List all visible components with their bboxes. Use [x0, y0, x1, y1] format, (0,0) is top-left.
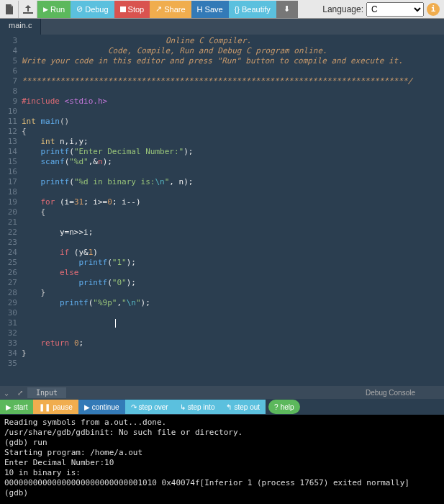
- code-line[interactable]: {: [22, 127, 444, 137]
- download-button[interactable]: ⬇: [276, 1, 298, 18]
- line-number: 35: [0, 359, 17, 369]
- share-button[interactable]: ↗Share: [150, 1, 191, 18]
- line-number: 27: [0, 278, 17, 288]
- input-tab[interactable]: Input: [27, 387, 66, 398]
- line-number: 31: [0, 318, 17, 328]
- debug-label: Debug: [85, 5, 108, 14]
- save-icon: H: [197, 5, 203, 14]
- tab-bar: main.c: [0, 19, 444, 35]
- code-line[interactable]: printf("1");: [22, 258, 444, 268]
- line-number: 14: [0, 147, 17, 157]
- debug-start-button[interactable]: ▶start: [0, 400, 33, 414]
- panel-header: ⌄ ⤢ Input Debug Console: [0, 386, 444, 399]
- language-select[interactable]: C: [366, 2, 424, 17]
- line-number: 29: [0, 298, 17, 308]
- code-line[interactable]: Online C Compiler.: [22, 36, 444, 46]
- code-line[interactable]: Write your code in this editor and press…: [22, 56, 444, 66]
- beautify-label: Beautify: [242, 5, 271, 14]
- code-area[interactable]: Online C Compiler.Code, Compile, Run and…: [22, 35, 444, 386]
- beautify-icon: {}: [235, 5, 240, 14]
- line-number: 28: [0, 288, 17, 298]
- line-number: 8: [0, 86, 17, 96]
- debug-toolbar: ▶start ❚❚pause ▶continue ↷step over ↳ste…: [0, 399, 444, 415]
- debug-step-over-button[interactable]: ↷step over: [125, 400, 174, 414]
- code-line[interactable]: int main(): [22, 117, 444, 127]
- save-button[interactable]: HSave: [191, 1, 229, 18]
- run-button[interactable]: ▶Run: [37, 1, 71, 18]
- code-line[interactable]: int n,i,y;: [22, 137, 444, 147]
- start-icon: ▶: [6, 403, 12, 411]
- panel-expand-icon[interactable]: ⤢: [13, 389, 27, 397]
- info-icon[interactable]: i: [427, 3, 440, 16]
- stop-button[interactable]: Stop: [114, 1, 150, 18]
- code-line[interactable]: [22, 238, 444, 248]
- beautify-button[interactable]: {}Beautify: [229, 1, 276, 18]
- code-line[interactable]: }: [22, 288, 444, 298]
- step-into-icon: ↳: [180, 403, 186, 411]
- code-line[interactable]: printf("%d in binary is:\n", n);: [22, 177, 444, 187]
- code-line[interactable]: #include <stdio.h>: [22, 96, 444, 107]
- code-editor[interactable]: 3456789101112131415161718192021222324252…: [0, 35, 444, 386]
- line-number: 24: [0, 248, 17, 258]
- code-line[interactable]: [22, 107, 444, 117]
- debug-step-into-button[interactable]: ↳step into: [174, 400, 221, 414]
- line-number: 15: [0, 157, 17, 167]
- toolbar: ▶Run ⊘Debug Stop ↗Share HSave {}Beautify…: [0, 0, 444, 19]
- code-line[interactable]: printf("0");: [22, 278, 444, 288]
- line-number: 19: [0, 197, 17, 207]
- tab-main-c[interactable]: main.c: [0, 19, 41, 35]
- help-icon: ?: [274, 403, 278, 411]
- code-line[interactable]: return 0;: [22, 338, 444, 348]
- debug-console-output[interactable]: Reading symbols from a.out...done. /usr/…: [0, 415, 444, 504]
- code-line[interactable]: scanf("%d",&n);: [22, 157, 444, 167]
- debug-console-tab[interactable]: Debug Console: [366, 389, 444, 397]
- continue-icon: ▶: [84, 403, 90, 411]
- code-line[interactable]: printf("Enter Decimal Number:");: [22, 147, 444, 157]
- toolbar-right: Language: C i: [322, 2, 444, 17]
- code-line[interactable]: {: [22, 207, 444, 217]
- line-number: 22: [0, 228, 17, 238]
- code-line[interactable]: [22, 167, 444, 177]
- line-number: 32: [0, 328, 17, 338]
- code-line[interactable]: }: [22, 348, 444, 359]
- language-label: Language:: [322, 4, 363, 14]
- line-gutter: 3456789101112131415161718192021222324252…: [0, 35, 22, 386]
- code-line[interactable]: [22, 86, 444, 96]
- debug-help-button[interactable]: ?help: [268, 400, 299, 414]
- panel-chevron-icon[interactable]: ⌄: [0, 389, 13, 397]
- step-over-icon: ↷: [131, 403, 137, 411]
- line-number: 26: [0, 268, 17, 278]
- line-number: 3: [0, 36, 17, 46]
- debug-button[interactable]: ⊘Debug: [71, 1, 114, 18]
- code-line[interactable]: [22, 66, 444, 76]
- code-line[interactable]: y=n>>i;: [22, 228, 444, 238]
- code-line[interactable]: printf("%9p","\n");: [22, 298, 444, 308]
- file-icon-button[interactable]: [0, 1, 19, 18]
- code-line[interactable]: [22, 217, 444, 228]
- upload-icon-button[interactable]: [19, 1, 37, 18]
- line-number: 10: [0, 107, 17, 117]
- line-number: 34: [0, 348, 17, 359]
- code-line[interactable]: [22, 359, 444, 369]
- debug-continue-button[interactable]: ▶continue: [78, 400, 125, 414]
- pause-icon: ❚❚: [39, 403, 50, 411]
- code-line[interactable]: [22, 187, 444, 197]
- code-line[interactable]: else: [22, 268, 444, 278]
- line-number: 21: [0, 217, 17, 228]
- download-icon: ⬇: [284, 4, 290, 14]
- code-line[interactable]: [22, 318, 444, 328]
- line-number: 20: [0, 207, 17, 217]
- code-line[interactable]: ****************************************…: [22, 76, 444, 86]
- code-line[interactable]: [22, 308, 444, 318]
- line-number: 16: [0, 167, 17, 177]
- debug-pause-button[interactable]: ❚❚pause: [33, 400, 78, 414]
- code-line[interactable]: [22, 328, 444, 338]
- line-number: 12: [0, 127, 17, 137]
- run-label: Run: [50, 5, 65, 14]
- debug-step-out-button[interactable]: ↰step out: [220, 400, 266, 414]
- code-line[interactable]: Code, Compile, Run and Debug C program o…: [22, 46, 444, 56]
- code-line[interactable]: for (i=31; i>=0; i--): [22, 197, 444, 207]
- code-line[interactable]: if (y&1): [22, 248, 444, 258]
- line-number: 7: [0, 76, 17, 86]
- line-number: 5: [0, 56, 17, 66]
